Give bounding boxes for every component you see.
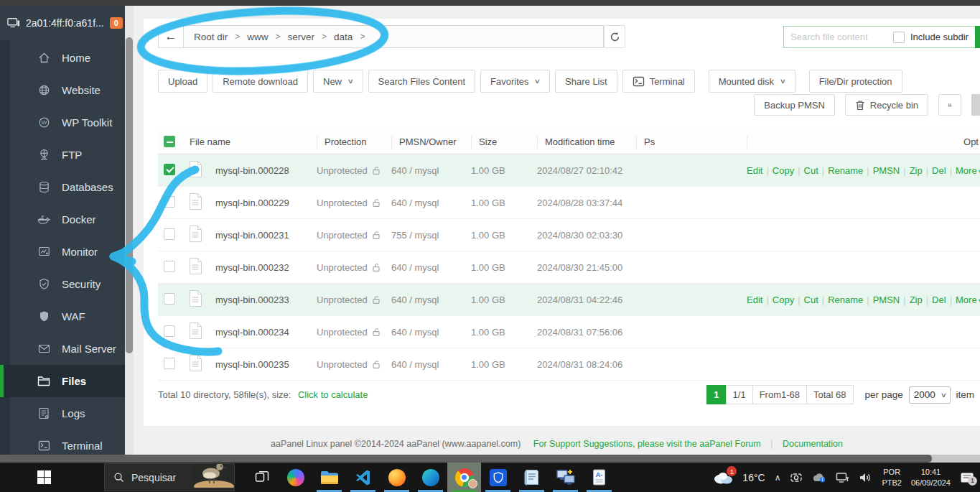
table-row[interactable]: mysql-bin.000235Unprotected640 / mysql1.… [158,348,980,381]
weather-widget[interactable]: 1 [714,470,733,484]
sidebar-item-docker[interactable]: Docker [0,203,125,236]
support-link[interactable]: For Support Suggestions, please visit th… [533,439,761,449]
action-copy[interactable]: Copy [773,294,794,305]
action-copy[interactable]: Copy [773,165,794,176]
list-view-button[interactable] [971,94,980,116]
refresh-button[interactable] [604,25,625,48]
action-cut[interactable]: Cut [804,294,818,305]
documentation-link[interactable]: Documentation [783,439,843,449]
toolbar-button-terminal[interactable]: Terminal [622,70,695,93]
row-checkbox[interactable] [164,261,175,272]
temperature-label[interactable]: 16°C [742,472,765,483]
protection-cell[interactable]: Unprotected [317,294,391,305]
edge-button[interactable] [414,463,447,492]
screen-cast-icon[interactable] [790,472,803,483]
sidebar-item-home[interactable]: Home [0,42,125,74]
row-checkbox[interactable] [164,196,175,208]
file-name[interactable]: mysql-bin.000231 [215,230,317,241]
clock-widget[interactable]: 10:41 06/09/2024 [911,467,951,488]
action-more[interactable]: More [956,165,977,176]
page-1-button[interactable]: 1 [706,385,726,404]
toolbar-button-new[interactable]: New∨ [313,70,363,93]
sidebar-item-mail-server[interactable]: Mail Server [0,333,125,365]
sidebar-item-files[interactable]: Files [0,365,125,397]
per-page-select[interactable]: 2000 ∨ [909,386,951,404]
task-view-button[interactable] [245,463,279,492]
tray-expand-chevron[interactable]: ∧ [775,473,781,483]
alert-badge[interactable]: 0 [110,17,123,29]
copilot-button[interactable] [279,463,312,492]
col-modification-time[interactable]: Modification time [537,136,636,149]
protection-cell[interactable]: Unprotected [317,262,391,273]
notepad-button[interactable] [515,463,549,492]
action-del[interactable]: Del [932,294,946,305]
onedrive-info-icon[interactable]: i [812,472,826,483]
toolbar-button-file-dir-protection[interactable]: File/Dir protection [809,70,902,93]
toolbar-button-mounted-disk[interactable]: Mounted disk∨ [709,70,795,93]
sidebar-scrollbar-thumb[interactable] [126,37,133,353]
sidebar-item-wp-toolkit[interactable]: WWP Toolkit [0,106,125,139]
notification-center-button[interactable]: 1 [960,472,974,483]
breadcrumb-item[interactable]: Root dir [194,32,228,42]
table-row[interactable]: mysql-bin.000233Unprotected640 / mysql1.… [158,284,980,316]
calculate-size-link[interactable]: Click to calculate [298,389,368,400]
row-checkbox[interactable] [164,325,175,337]
table-row[interactable]: mysql-bin.000228Unprotected640 / mysql1.… [158,154,980,187]
file-name[interactable]: mysql-bin.000228 [215,165,317,176]
toolbar-button-favorites[interactable]: Favorites∨ [480,70,550,93]
remote-desktop-button[interactable] [549,463,582,492]
horizontal-scrollbar-thumb[interactable] [0,455,932,463]
action-more[interactable]: More [956,294,977,305]
sidebar-scrollbar[interactable] [125,6,134,455]
sidebar-item-monitor[interactable]: Monitor [0,236,125,268]
sidebar-item-terminal[interactable]: Terminal [0,430,125,455]
col-file-name[interactable]: File name [188,136,317,149]
toolbar-button-search-files-content[interactable]: Search Files Content [368,70,475,93]
text-app-button[interactable]: A- [582,463,616,492]
breadcrumb[interactable]: Root dir>www>server>data> [183,25,604,48]
back-button[interactable]: ← [158,25,184,48]
protection-cell[interactable]: Unprotected [317,359,391,370]
action-edit[interactable]: Edit [747,165,762,176]
server-selector[interactable]: 2a01:4ff:f0:a61f... 0 [0,6,125,40]
file-name[interactable]: mysql-bin.000233 [215,294,317,305]
include-subdir-checkbox[interactable] [893,32,905,43]
sidebar-item-logs[interactable]: Logs [0,397,125,430]
breadcrumb-item[interactable]: www [247,32,268,42]
table-row[interactable]: mysql-bin.000232Unprotected640 / mysql1.… [158,251,980,284]
language-switcher[interactable]: POR PTB2 [882,467,902,488]
horizontal-scrollbar[interactable] [0,455,980,463]
file-name[interactable]: mysql-bin.000234 [215,327,317,338]
breadcrumb-item[interactable]: data [334,32,353,42]
col-ps[interactable]: Ps [636,136,747,149]
action-zip[interactable]: Zip [910,165,923,176]
action-cut[interactable]: Cut [804,165,818,176]
file-explorer-button[interactable] [312,463,346,492]
protection-cell[interactable]: Unprotected [317,165,391,176]
protection-cell[interactable]: Unprotected [317,230,391,241]
row-checkbox[interactable] [164,164,175,175]
toolbar-button-recycle-bin[interactable]: Recycle bin [845,94,928,116]
file-name[interactable]: mysql-bin.000229 [215,198,317,208]
taskbar-search[interactable]: Pesquisar [104,463,235,491]
action-del[interactable]: Del [932,165,946,176]
firefox-button[interactable] [380,463,414,492]
action-rename[interactable]: Rename [828,294,863,305]
toolbar-button-backup-pmsn[interactable]: Backup PMSN [754,94,835,116]
col-size[interactable]: Size [471,136,537,149]
sidebar-item-website[interactable]: Website [0,74,125,106]
table-row[interactable]: mysql-bin.000229Unprotected640 / mysql1.… [158,187,980,219]
chrome-button-active[interactable] [447,463,481,492]
select-all-checkbox[interactable] [164,136,175,147]
row-checkbox[interactable] [164,293,175,305]
col-protection[interactable]: Protection [317,136,391,149]
vscode-button[interactable] [346,463,380,492]
grid-view-button[interactable] [938,94,961,116]
toolbar-button-share-list[interactable]: Share List [555,70,617,93]
row-checkbox[interactable] [164,358,175,369]
table-row[interactable]: mysql-bin.000234Unprotected640 / mysql1.… [158,316,980,348]
breadcrumb-item[interactable]: server [288,32,315,42]
action-zip[interactable]: Zip [910,294,923,305]
sidebar-item-waf[interactable]: WAF [0,300,125,333]
start-button[interactable] [37,470,62,484]
